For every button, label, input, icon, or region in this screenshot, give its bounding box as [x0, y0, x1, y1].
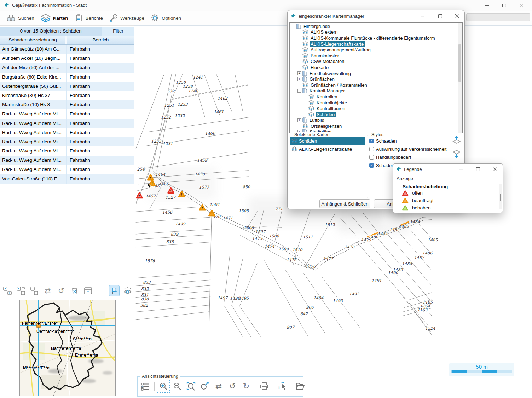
style-checkbox[interactable] — [369, 147, 374, 151]
legend-close-icon[interactable] — [489, 165, 501, 173]
flag-tool-icon[interactable] — [109, 285, 120, 296]
table-column-headers[interactable]: Schadensbezeichnung Bereich — [0, 36, 134, 45]
tree-item[interactable]: Ortsteilgrenzen — [290, 123, 457, 129]
column-header-bereich[interactable]: Bereich — [67, 36, 134, 44]
selected-map-item[interactable]: ALKIS-Liegenschaftskarte — [290, 145, 365, 153]
style-checkbox[interactable] — [369, 163, 374, 168]
zoom-window-icon[interactable] — [185, 381, 197, 392]
table-row[interactable]: Rad- u. Wweg Auf dem Mi... Fahrbahn — [0, 137, 134, 146]
refresh-selection-icon[interactable]: ⇄ — [42, 285, 53, 296]
filter-button[interactable]: Filter — [102, 27, 134, 36]
style-option[interactable]: Auswirkung auf Verkehrssicherheit — [369, 145, 450, 152]
tree-item[interactable]: ALKIS-Kommunale Flurstücke - differenzie… — [290, 35, 457, 41]
tree-expander[interactable] — [303, 113, 307, 116]
tree-item[interactable]: + Luftbild — [290, 117, 457, 123]
tree-expander[interactable]: + — [297, 118, 301, 122]
tree-item[interactable]: Auftragsmanagement/Auftrag — [290, 47, 457, 53]
legend-title-bar[interactable]: Legende — [393, 164, 503, 174]
table-row[interactable]: Gutenbergstraße (50) Gut... Fahrbahn — [0, 82, 134, 91]
zoom-out-icon[interactable] — [172, 381, 183, 392]
tree-expander[interactable]: + — [297, 77, 301, 81]
tree-item[interactable]: ALKIS-Liegenschaftskarte — [290, 41, 457, 47]
tree-expander[interactable] — [297, 42, 301, 46]
tree-item[interactable]: + Friedhofsverwaltung — [290, 70, 457, 76]
table-row[interactable]: Auf dem Acker (10) Begin... Fahrbahn — [0, 54, 134, 63]
tree-expander[interactable] — [297, 30, 301, 34]
zoom-in-icon[interactable] — [158, 381, 169, 392]
refresh-view-icon[interactable]: ⇄ — [213, 381, 224, 392]
tree-item[interactable]: CSW Metadaten — [290, 59, 457, 65]
legend-maximize-icon[interactable] — [472, 165, 484, 173]
tools-button[interactable]: Werkzeuge — [109, 13, 144, 23]
tree-item[interactable]: Kontrollen — [290, 94, 457, 100]
tree-expander[interactable] — [297, 54, 301, 58]
overview-map[interactable]: Fa**en*e**/E*s*e* Ue***a*-*a**en***** S*… — [19, 300, 116, 396]
column-header-schadensbezeichnung[interactable]: Schadensbezeichnung — [0, 36, 67, 44]
delete-selection-icon[interactable] — [69, 285, 80, 296]
minimize-icon[interactable] — [481, 1, 493, 9]
layer-move-up-icon[interactable] — [452, 135, 462, 146]
tree-expander[interactable] — [303, 95, 307, 99]
tree-item[interactable]: Baumkataster — [290, 53, 457, 59]
table-row[interactable]: Martinstraße (10) Hs 8 Fahrbahn — [0, 100, 134, 109]
table-row[interactable]: Rad- u. Wweg Auf dem Mi... Fahrbahn — [0, 119, 134, 128]
tree-expander[interactable]: + — [297, 71, 301, 75]
table-row[interactable]: Am Gänsepütz (10) Am G... Fahrbahn — [0, 45, 134, 54]
style-option[interactable]: Handlungsbedarf — [369, 154, 450, 161]
style-checkbox[interactable] — [369, 139, 374, 143]
tree-item[interactable]: + Grünflächen — [290, 76, 457, 82]
reports-button[interactable]: Berichte — [75, 13, 103, 23]
menu-anzeige[interactable]: Anzeige — [397, 174, 413, 183]
identify-icon[interactable]: i — [277, 381, 288, 392]
table-row[interactable]: Rad- u. Wweg Auf dem Mi... Fahrbahn — [0, 165, 134, 174]
dialog-close-icon[interactable] — [451, 12, 463, 20]
tree-item[interactable]: Grünflächen / Kostenstellen — [290, 82, 457, 88]
style-checkbox[interactable] — [369, 155, 374, 160]
table-row[interactable]: Auf der Mirz (50) Auf der ... Fahrbahn — [0, 63, 134, 72]
print-icon[interactable] — [259, 381, 270, 392]
tree-expander[interactable] — [297, 65, 301, 69]
attach-close-button[interactable]: Anhängen & Schließen — [319, 199, 370, 208]
undo-selection-icon[interactable]: ↺ — [56, 285, 66, 296]
open-folder-icon[interactable] — [295, 381, 306, 392]
tree-expander[interactable] — [297, 59, 301, 63]
tree-item[interactable]: ALKIS extern — [290, 29, 457, 35]
options-button[interactable]: Optionen — [151, 13, 181, 23]
tree-expander[interactable] — [303, 101, 307, 105]
table-row[interactable]: Burgstraße (60) Ecke Kirc... Fahrbahn — [0, 73, 134, 82]
legend-scrollbar[interactable] — [499, 184, 502, 209]
table-row[interactable]: Kirchstraße (30) Hs 37 Fahrbahn — [0, 91, 134, 100]
tree-expander[interactable]: − — [297, 89, 301, 93]
tree-item[interactable]: Hintergründe — [290, 23, 457, 29]
tree-expander[interactable] — [291, 24, 295, 28]
visibility-eye-icon[interactable] — [122, 285, 133, 296]
tree-expander[interactable] — [303, 106, 307, 110]
table-row[interactable]: Rad- u. Wweg Auf dem Mi... Fahrbahn — [0, 156, 134, 165]
search-button[interactable]: Suchen — [6, 13, 34, 23]
table-row[interactable]: Rad- u. Wweg Auf dem Mi... Fahrbahn — [0, 109, 134, 119]
tree-item[interactable]: Flurkarte — [290, 64, 457, 70]
table-row[interactable]: Von-Galen-Straße (110) E... Fahrbahn — [0, 174, 134, 184]
tree-expander[interactable] — [297, 124, 301, 128]
select-none-icon[interactable] — [29, 285, 40, 296]
close-icon[interactable] — [515, 1, 527, 9]
tree-expander[interactable] — [297, 36, 301, 40]
tree-expander[interactable] — [297, 48, 301, 52]
zoom-extent-icon[interactable] — [199, 381, 210, 392]
table-row[interactable]: Rad- u. Wweg Auf dem Mi... Fahrbahn — [0, 146, 134, 156]
layer-move-down-icon[interactable] — [452, 149, 462, 160]
legend-minimize-icon[interactable] — [455, 165, 467, 173]
tree-item[interactable]: − Kontroll-Manager — [290, 88, 457, 94]
maps-button[interactable]: Karten — [41, 13, 68, 23]
object-list-icon[interactable] — [140, 381, 151, 392]
table-row[interactable]: Rad- u. Wweg Auf dem Mi... Fahrbahn — [0, 128, 134, 137]
select-partial-icon[interactable] — [16, 285, 26, 296]
tree-item[interactable]: Kontrolltouren — [290, 105, 457, 111]
tree-scrollbar[interactable] — [458, 23, 462, 133]
dialog-maximize-icon[interactable] — [434, 12, 446, 20]
tree-item[interactable]: Schäden — [290, 111, 457, 117]
layer-tree[interactable]: Hintergründe ALKIS extern — [289, 22, 463, 133]
new-window-icon[interactable] — [83, 285, 93, 296]
undo-view-icon[interactable]: ↺ — [227, 381, 238, 392]
tree-item[interactable]: Kontrollobjekte — [290, 100, 457, 106]
